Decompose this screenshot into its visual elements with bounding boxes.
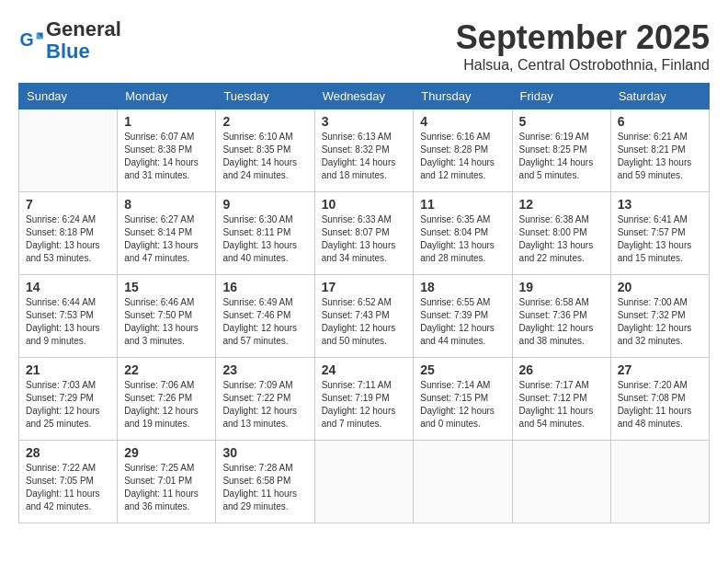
day-info: Sunrise: 7:28 AMSunset: 6:58 PMDaylight:… [222,462,307,513]
calendar-cell: 2Sunrise: 6:10 AMSunset: 8:35 PMDaylight… [216,109,314,192]
calendar-cell: 22Sunrise: 7:06 AMSunset: 7:26 PMDayligh… [118,358,216,441]
calendar-header: SundayMondayTuesdayWednesdayThursdayFrid… [19,84,710,109]
calendar-cell: 28Sunrise: 7:22 AMSunset: 7:05 PMDayligh… [19,441,118,523]
calendar-cell: 26Sunrise: 7:17 AMSunset: 7:12 PMDayligh… [512,358,610,441]
weekday-header: Friday [512,84,610,109]
day-number: 2 [222,114,307,129]
day-info: Sunrise: 6:27 AMSunset: 8:14 PMDaylight:… [124,213,209,265]
day-info: Sunrise: 6:35 AMSunset: 8:04 PMDaylight:… [420,213,505,265]
weekday-header: Sunday [19,84,118,109]
calendar-cell: 23Sunrise: 7:09 AMSunset: 7:22 PMDayligh… [216,358,314,441]
day-number: 17 [322,280,407,294]
header: G General Blue September 2025 Halsua, Ce… [18,18,710,74]
calendar-week-row: 7Sunrise: 6:24 AMSunset: 8:18 PMDaylight… [19,192,710,275]
day-info: Sunrise: 6:46 AMSunset: 7:50 PMDaylight:… [124,296,209,348]
day-info: Sunrise: 6:33 AMSunset: 8:07 PMDaylight:… [322,213,407,265]
day-info: Sunrise: 7:00 AMSunset: 7:32 PMDaylight:… [618,296,702,348]
day-number: 5 [519,114,604,129]
day-info: Sunrise: 6:52 AMSunset: 7:43 PMDaylight:… [322,296,407,348]
header-row: SundayMondayTuesdayWednesdayThursdayFrid… [19,84,710,109]
day-info: Sunrise: 7:03 AMSunset: 7:29 PMDaylight:… [26,379,110,431]
calendar-cell: 21Sunrise: 7:03 AMSunset: 7:29 PMDayligh… [19,358,118,441]
day-number: 13 [618,197,702,212]
day-info: Sunrise: 6:16 AMSunset: 8:28 PMDaylight:… [420,131,505,182]
day-info: Sunrise: 6:49 AMSunset: 7:46 PMDaylight:… [222,296,307,348]
day-number: 27 [618,362,702,377]
calendar-week-row: 28Sunrise: 7:22 AMSunset: 7:05 PMDayligh… [19,441,710,523]
calendar-cell: 18Sunrise: 6:55 AMSunset: 7:39 PMDayligh… [414,275,512,358]
logo: G General Blue [18,18,121,63]
logo-icon: G [18,28,44,53]
day-info: Sunrise: 6:44 AMSunset: 7:53 PMDaylight:… [26,296,110,348]
calendar-week-row: 21Sunrise: 7:03 AMSunset: 7:29 PMDayligh… [19,358,710,441]
day-info: Sunrise: 7:17 AMSunset: 7:12 PMDaylight:… [519,379,604,431]
day-number: 6 [618,114,702,129]
calendar-cell: 3Sunrise: 6:13 AMSunset: 8:32 PMDaylight… [314,109,414,192]
calendar-cell [512,441,610,523]
calendar-cell: 14Sunrise: 6:44 AMSunset: 7:53 PMDayligh… [19,275,118,358]
day-number: 30 [222,445,307,460]
day-number: 20 [618,280,702,294]
calendar-cell: 10Sunrise: 6:33 AMSunset: 8:07 PMDayligh… [314,192,414,275]
calendar-cell: 4Sunrise: 6:16 AMSunset: 8:28 PMDaylight… [414,109,512,192]
day-number: 23 [222,362,307,377]
day-number: 16 [222,280,307,294]
day-info: Sunrise: 7:14 AMSunset: 7:15 PMDaylight:… [420,379,505,431]
day-number: 3 [322,114,407,129]
calendar-cell: 5Sunrise: 6:19 AMSunset: 8:25 PMDaylight… [512,109,610,192]
calendar-cell: 9Sunrise: 6:30 AMSunset: 8:11 PMDaylight… [216,192,314,275]
weekday-header: Monday [118,84,216,109]
day-info: Sunrise: 7:22 AMSunset: 7:05 PMDaylight:… [26,462,110,513]
day-number: 22 [124,362,209,377]
day-info: Sunrise: 6:41 AMSunset: 7:57 PMDaylight:… [618,213,702,265]
day-number: 7 [26,197,110,212]
logo-text: General Blue [46,18,121,63]
day-info: Sunrise: 6:10 AMSunset: 8:35 PMDaylight:… [222,131,307,182]
weekday-header: Wednesday [314,84,414,109]
weekday-header: Tuesday [216,84,314,109]
calendar-week-row: 1Sunrise: 6:07 AMSunset: 8:38 PMDaylight… [19,109,710,192]
day-number: 29 [124,445,209,460]
calendar-body: 1Sunrise: 6:07 AMSunset: 8:38 PMDaylight… [19,109,710,523]
title-section: September 2025 Halsua, Central Ostroboth… [456,18,710,74]
calendar-cell: 6Sunrise: 6:21 AMSunset: 8:21 PMDaylight… [610,109,709,192]
day-number: 15 [124,280,209,294]
calendar-cell: 27Sunrise: 7:20 AMSunset: 7:08 PMDayligh… [610,358,709,441]
weekday-header: Thursday [414,84,512,109]
day-info: Sunrise: 6:38 AMSunset: 8:00 PMDaylight:… [519,213,604,265]
calendar-cell: 11Sunrise: 6:35 AMSunset: 8:04 PMDayligh… [414,192,512,275]
day-info: Sunrise: 7:09 AMSunset: 7:22 PMDaylight:… [222,379,307,431]
calendar-cell: 17Sunrise: 6:52 AMSunset: 7:43 PMDayligh… [314,275,414,358]
day-number: 14 [26,280,110,294]
svg-text:G: G [19,29,33,50]
day-number: 24 [322,362,407,377]
day-number: 25 [420,362,505,377]
day-info: Sunrise: 6:19 AMSunset: 8:25 PMDaylight:… [519,131,604,182]
day-info: Sunrise: 6:07 AMSunset: 8:38 PMDaylight:… [124,131,209,182]
calendar: SundayMondayTuesdayWednesdayThursdayFrid… [18,83,710,523]
day-number: 26 [519,362,604,377]
calendar-cell: 15Sunrise: 6:46 AMSunset: 7:50 PMDayligh… [118,275,216,358]
day-info: Sunrise: 7:11 AMSunset: 7:19 PMDaylight:… [322,379,407,431]
calendar-cell: 12Sunrise: 6:38 AMSunset: 8:00 PMDayligh… [512,192,610,275]
day-info: Sunrise: 7:06 AMSunset: 7:26 PMDaylight:… [124,379,209,431]
calendar-week-row: 14Sunrise: 6:44 AMSunset: 7:53 PMDayligh… [19,275,710,358]
calendar-cell [414,441,512,523]
day-number: 10 [322,197,407,212]
calendar-cell: 29Sunrise: 7:25 AMSunset: 7:01 PMDayligh… [118,441,216,523]
calendar-cell: 25Sunrise: 7:14 AMSunset: 7:15 PMDayligh… [414,358,512,441]
day-number: 28 [26,445,110,460]
calendar-cell: 8Sunrise: 6:27 AMSunset: 8:14 PMDaylight… [118,192,216,275]
day-number: 18 [420,280,505,294]
calendar-cell: 30Sunrise: 7:28 AMSunset: 6:58 PMDayligh… [216,441,314,523]
day-info: Sunrise: 6:30 AMSunset: 8:11 PMDaylight:… [222,213,307,265]
calendar-cell [19,109,118,192]
day-number: 11 [420,197,505,212]
day-info: Sunrise: 6:24 AMSunset: 8:18 PMDaylight:… [26,213,110,265]
logo-blue: Blue [46,40,90,63]
month-title: September 2025 [456,18,710,57]
calendar-cell [314,441,414,523]
day-number: 8 [124,197,209,212]
day-info: Sunrise: 6:58 AMSunset: 7:36 PMDaylight:… [519,296,604,348]
day-number: 21 [26,362,110,377]
